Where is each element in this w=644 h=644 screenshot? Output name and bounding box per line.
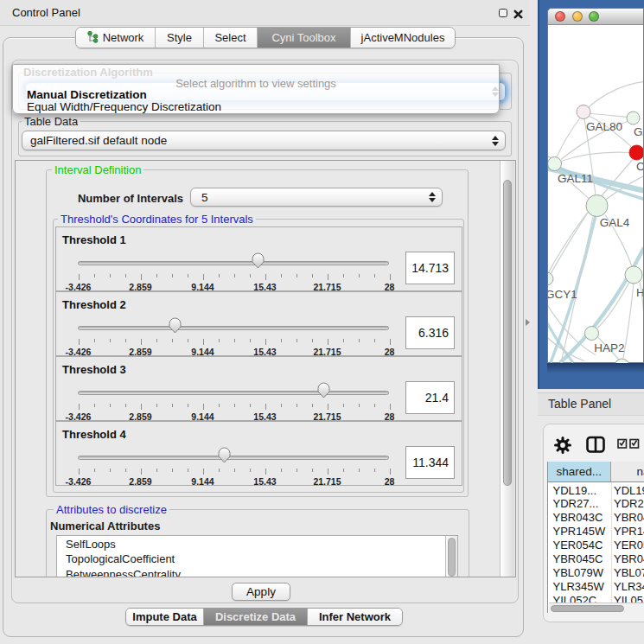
slider-tick: [110, 469, 111, 472]
numerical-attributes-label: Numerical Attributes: [50, 520, 160, 532]
table-row[interactable]: YLR345WYLR345W: [548, 580, 644, 594]
slider-tick-label: 2.859: [119, 476, 163, 487]
attributes-scrollbar[interactable]: [445, 536, 457, 577]
cell-shared-name: YLR345W: [548, 580, 606, 594]
slider-track[interactable]: [78, 456, 389, 460]
network-node[interactable]: [625, 266, 642, 284]
threshold-value-field[interactable]: 21.4: [405, 381, 455, 414]
table-horizontal-scrollbar[interactable]: [549, 603, 644, 613]
network-node[interactable]: [548, 272, 553, 285]
network-node[interactable]: [585, 327, 599, 341]
network-node[interactable]: [627, 112, 640, 124]
number-of-intervals-combobox[interactable]: 5: [190, 188, 443, 207]
network-node[interactable]: [577, 105, 590, 119]
tab-label: jActiveMNodules: [361, 31, 445, 44]
attribute-list-item[interactable]: TopologicalCoefficient: [57, 552, 445, 566]
network-edge[interactable]: [557, 118, 580, 157]
slider-tick: [359, 274, 360, 277]
split-divider-arrow[interactable]: [526, 319, 530, 326]
network-graph: GAL80GACYGAL11GAL4GCY1HAHAP2: [548, 25, 643, 363]
close-window-icon[interactable]: [555, 11, 565, 22]
slider-tick: [265, 274, 266, 280]
tab-network[interactable]: Network: [76, 28, 156, 48]
attribute-list-item[interactable]: SelfLoops: [57, 537, 445, 552]
slider-tick: [203, 469, 204, 475]
tab-impute-data[interactable]: Impute Data: [126, 609, 204, 625]
slider-tick: [79, 404, 80, 410]
table-row[interactable]: YDL19...YDL19...: [548, 484, 644, 498]
gear-icon[interactable]: [556, 438, 571, 453]
slider-tick: [79, 339, 80, 345]
threshold-value-field[interactable]: 11.344: [405, 446, 455, 479]
cell-name: YBL079W: [606, 566, 644, 580]
dropdown-item[interactable]: Manual Discretization: [27, 88, 147, 101]
attributes-scrollbar-thumb[interactable]: [448, 538, 456, 577]
slider-track[interactable]: [78, 391, 389, 395]
numerical-attributes-list[interactable]: SelfLoopsTopologicalCoefficientBetweenne…: [56, 535, 458, 577]
table-row[interactable]: YPR145WYPR145W: [548, 525, 644, 539]
network-edge[interactable]: [597, 283, 629, 328]
dropdown-item[interactable]: Equal Width/Frequency Discretization: [27, 100, 221, 113]
table-data-combobox[interactable]: galFiltered.sif default node: [22, 131, 506, 150]
close-icon[interactable]: [513, 9, 523, 18]
column-header[interactable]: name: [611, 462, 644, 481]
network-canvas[interactable]: GAL80GACYGAL11GAL4GCY1HAHAP2: [548, 25, 643, 363]
split-columns-icon[interactable]: [588, 437, 604, 452]
network-node[interactable]: [586, 195, 608, 217]
slider-tick: [265, 404, 266, 410]
slider-tick: [265, 469, 266, 475]
node-table-header: shared...name: [548, 462, 644, 482]
checkbox-icon[interactable]: [618, 440, 627, 449]
table-row[interactable]: YBL079WYBL079W: [548, 566, 644, 580]
network-window-titlebar[interactable]: [548, 9, 643, 25]
tab-select[interactable]: Select: [204, 28, 258, 48]
table-row[interactable]: YDR27...YDR27...: [548, 497, 644, 511]
control-panel-tabs: NetworkStyleSelectCyni ToolboxjActiveMNo…: [75, 27, 456, 48]
slider-tick-label: -3.426: [57, 476, 100, 487]
network-edge[interactable]: [590, 114, 627, 118]
checkbox-icon[interactable]: [630, 440, 639, 449]
slider-tick: [79, 469, 80, 475]
attribute-list-item[interactable]: BetweennessCentrality: [57, 567, 445, 577]
slider-tick: [94, 404, 95, 407]
slider-tick: [250, 469, 251, 472]
apply-button[interactable]: Apply: [232, 583, 290, 601]
table-scrollbar-thumb[interactable]: [551, 605, 624, 612]
cell-name: YPR145W: [606, 525, 644, 539]
network-edge[interactable]: [583, 82, 643, 112]
minimize-window-icon[interactable]: [572, 11, 583, 22]
slider-track[interactable]: [78, 326, 389, 330]
slider-thumb[interactable]: [218, 447, 231, 463]
slider-tick: [250, 274, 251, 277]
number-of-intervals-value: 5: [201, 188, 208, 206]
settings-scrollbar[interactable]: [500, 161, 514, 577]
cell-shared-name: YDR27...: [548, 497, 606, 511]
network-edge[interactable]: [561, 152, 629, 161]
column-header[interactable]: shared...: [548, 462, 611, 481]
zoom-window-icon[interactable]: [589, 11, 599, 22]
network-node[interactable]: [548, 157, 562, 171]
slider-tick: [203, 339, 204, 345]
float-window-icon[interactable]: [499, 9, 507, 17]
slider-thumb[interactable]: [252, 252, 265, 269]
threshold-value-field[interactable]: 6.316: [405, 316, 455, 349]
tab-infer-network[interactable]: Infer Network: [308, 609, 402, 625]
network-node[interactable]: [629, 145, 643, 160]
tab-cyni-toolbox[interactable]: Cyni Toolbox: [258, 28, 351, 48]
threshold-label: Threshold 1: [62, 233, 126, 246]
tab-jactivemnodules[interactable]: jActiveMNodules: [351, 28, 455, 48]
tab-style[interactable]: Style: [156, 28, 204, 48]
threshold-panel: Threshold 3-3.4262.8599.14415.4321.71528…: [55, 356, 462, 421]
settings-scrollbar-thumb[interactable]: [503, 180, 512, 486]
table-row[interactable]: YBR043CYBR043C: [548, 511, 644, 525]
slider-tick-label: 15.43: [244, 476, 287, 487]
table-row[interactable]: YER054CYER054C: [548, 539, 644, 552]
table-row[interactable]: YBR045CYBR045C: [548, 552, 644, 566]
slider-thumb[interactable]: [169, 317, 182, 334]
network-edge[interactable]: [623, 284, 634, 359]
slider-tick: [390, 339, 391, 345]
slider-thumb[interactable]: [317, 382, 330, 399]
threshold-value-field[interactable]: 14.713: [405, 252, 455, 284]
slider-track[interactable]: [78, 261, 389, 265]
tab-discretize-data[interactable]: Discretize Data: [204, 609, 308, 625]
